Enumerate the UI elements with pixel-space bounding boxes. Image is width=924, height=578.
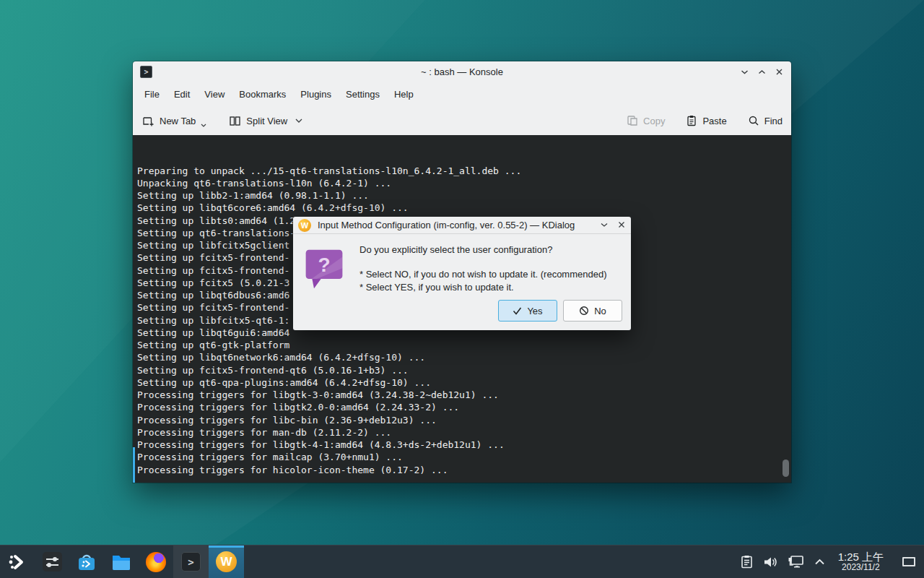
discover-icon	[77, 552, 97, 572]
dialog-minimize-icon[interactable]	[600, 219, 609, 232]
dialog-titlebar[interactable]: W Input Method Configuration (im-config,…	[293, 217, 631, 234]
find-button[interactable]: Find	[747, 114, 783, 127]
firefox-icon	[146, 552, 166, 572]
terminal-line: Unpacking qt6-translations-l10n (6.4.2-1…	[137, 177, 791, 189]
terminal-line: Setting up fcitx5-frontend-qt6 (5.0.16-1…	[137, 364, 791, 376]
menu-item[interactable]: Bookmarks	[232, 86, 293, 103]
taskbar-task-kdialog[interactable]: W	[209, 545, 244, 578]
system-settings-launcher[interactable]	[35, 545, 69, 578]
find-label: Find	[764, 116, 783, 126]
terminal-line: Processing triggers for man-db (2.11.2-2…	[137, 426, 791, 439]
cancel-icon	[579, 306, 589, 316]
terminal-line: Processing triggers for mailcap (3.70+nm…	[137, 451, 791, 463]
terminal-line: Processing triggers for libc-bin (2.36-9…	[137, 414, 791, 426]
terminal-line: Setting up qt6-qpa-plugins:amd64 (6.4.2+…	[137, 376, 791, 389]
no-button[interactable]: No	[563, 300, 622, 322]
discover-launcher[interactable]	[69, 545, 104, 578]
terminal-line: Processing triggers for hicolor-icon-the…	[137, 464, 791, 476]
search-icon	[747, 114, 760, 127]
menu-bar: FileEditViewBookmarksPluginsSettingsHelp	[133, 82, 791, 106]
menu-item[interactable]: Settings	[339, 86, 387, 103]
dialog-body: ? Do you explicitly select the user conf…	[293, 234, 631, 329]
menu-item[interactable]: Edit	[167, 86, 197, 103]
dialog-note-no: * Select NO, if you do not wish to updat…	[359, 268, 625, 281]
im-config-app-icon: W	[298, 219, 311, 232]
taskbar: > W 1:25 上午 2023/11/2	[0, 545, 924, 578]
terminal-line: Setting up libb2-1:amd64 (0.98.1-1.1) ..…	[137, 189, 791, 202]
minimize-icon[interactable]	[740, 67, 749, 77]
clock-date: 2023/11/2	[838, 563, 884, 572]
new-tab-icon	[141, 114, 155, 128]
dialog-close-icon[interactable]	[617, 219, 626, 232]
terminal-line: Preparing to unpack .../15-qt6-translati…	[137, 165, 791, 177]
show-desktop-button[interactable]	[902, 557, 915, 566]
firefox-launcher[interactable]	[139, 545, 173, 578]
terminal-line: Setting up libqt6network6:amd64 (6.4.2+d…	[137, 351, 791, 363]
terminal-line: Setting up qt6-gtk-platform	[137, 339, 791, 351]
terminal-line: Setting up libqt6core6:amd64 (6.4.2+dfsg…	[137, 202, 791, 214]
new-tab-label: New Tab	[160, 116, 196, 126]
folder-icon	[111, 553, 131, 571]
system-settings-icon	[43, 552, 62, 571]
app-launcher-icon	[7, 552, 27, 572]
split-view-label: Split View	[246, 116, 287, 126]
konsole-icon: >	[181, 552, 201, 571]
menu-item[interactable]: Plugins	[293, 86, 339, 103]
terminal-line: Processing triggers for libgtk2.0-0:amd6…	[137, 401, 791, 413]
yes-button[interactable]: Yes	[498, 300, 557, 322]
tray-expander-icon[interactable]	[814, 558, 825, 565]
file-manager-launcher[interactable]	[104, 545, 139, 578]
copy-label: Copy	[643, 116, 665, 126]
kdialog-task-icon: W	[216, 551, 237, 572]
clock-time: 1:25 上午	[838, 551, 884, 564]
menu-item[interactable]: File	[137, 86, 167, 103]
svg-text:?: ?	[318, 254, 330, 276]
clipboard-tray-icon[interactable]	[741, 555, 753, 569]
window-title: ~ : bash — Konsole	[133, 66, 791, 77]
check-icon	[513, 307, 522, 315]
taskbar-task-konsole[interactable]: >	[173, 545, 209, 578]
close-icon[interactable]	[775, 67, 784, 77]
terminal-scrollbar[interactable]	[783, 460, 789, 477]
copy-button: Copy	[626, 114, 665, 127]
menu-item[interactable]: View	[197, 86, 232, 103]
yes-label: Yes	[527, 306, 542, 316]
paste-label: Paste	[702, 116, 726, 126]
window-titlebar[interactable]: > ~ : bash — Konsole	[133, 61, 791, 82]
application-launcher-button[interactable]	[0, 545, 35, 578]
terminal-line: Processing triggers for libgtk-4-1:amd64…	[137, 439, 791, 451]
network-tray-icon[interactable]	[788, 555, 804, 569]
kdialog-window: W Input Method Configuration (im-config,…	[293, 217, 631, 330]
terminal-prompt-marker	[133, 447, 135, 483]
question-icon: ?	[304, 248, 344, 293]
paste-icon	[685, 114, 698, 127]
split-view-caret-icon	[295, 118, 302, 124]
volume-tray-icon[interactable]	[763, 556, 777, 569]
digital-clock[interactable]: 1:25 上午 2023/11/2	[838, 551, 884, 573]
dialog-message: Do you explicitly select the user config…	[359, 244, 625, 255]
dialog-note-yes: * Select YES, if you wish to update it.	[359, 281, 625, 294]
new-tab-button[interactable]: New Tab	[141, 114, 206, 128]
split-view-button[interactable]: Split View	[228, 114, 302, 128]
menu-item[interactable]: Help	[387, 86, 421, 103]
toolbar: New Tab Split View Copy	[133, 106, 791, 135]
maximize-icon[interactable]	[757, 67, 767, 77]
split-view-icon	[228, 114, 242, 128]
terminal-line: Processing triggers for libgtk-3-0:amd64…	[137, 389, 791, 401]
no-label: No	[594, 306, 606, 316]
copy-icon	[626, 114, 639, 127]
paste-button[interactable]: Paste	[685, 114, 726, 127]
new-tab-menu-caret-icon[interactable]	[201, 124, 206, 128]
dialog-title: Input Method Configuration (im-config, v…	[311, 220, 600, 230]
